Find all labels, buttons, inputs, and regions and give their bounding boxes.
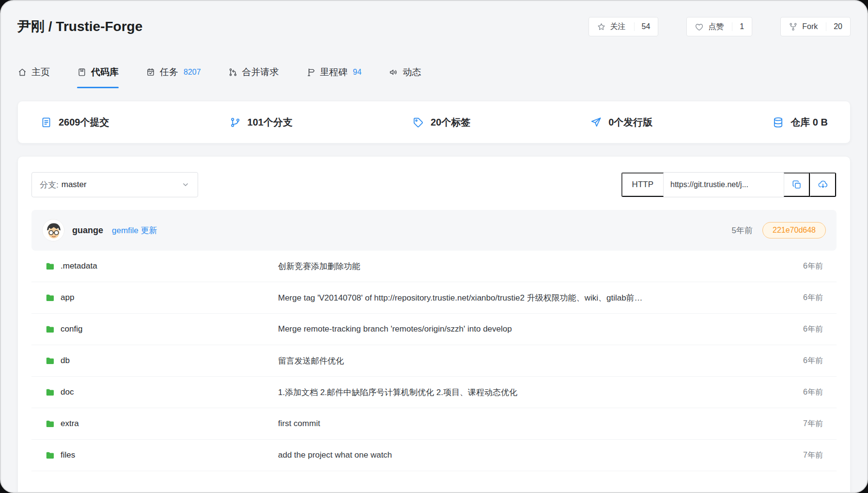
tab-tasks-label: 任务 [160,66,178,79]
database-icon [772,116,784,128]
stat-releases-label: 0个发行版 [608,116,652,129]
file-commit-message[interactable]: add the project what one watch [278,450,803,460]
branch-selector[interactable]: 分支: master [31,172,198,197]
file-name[interactable]: app [61,293,74,302]
fork-icon [789,22,798,32]
repo-tabs: 主页 代码库 任务 8207 合并请求 里程碑 94 [1,66,867,88]
fork-label: Fork [802,22,818,31]
file-row-doc[interactable]: doc 1.添加文档 2.邮件中缺陷序号计算机制优化 2.项目、课程动态优化 6… [31,377,837,408]
tab-merge-requests[interactable]: 合并请求 [228,66,279,88]
milestone-icon [306,67,316,77]
branch-label: 分支: [40,179,59,191]
commit-author[interactable]: guange [72,225,103,236]
tab-merge-requests-label: 合并请求 [242,66,279,79]
file-name[interactable]: extra [61,419,79,429]
stat-storage[interactable]: 仓库 0 B [772,116,828,129]
tab-tasks-count: 8207 [184,66,201,79]
tab-home[interactable]: 主页 [17,66,50,88]
commit-time: 5年前 [732,225,753,236]
fork-button[interactable]: Fork 20 [780,17,851,36]
folder-icon [45,387,55,398]
stat-branches[interactable]: 101个分支 [229,116,293,129]
file-commit-message[interactable]: 留言发送邮件优化 [278,355,803,366]
protocol-http-button[interactable]: HTTP [621,173,664,197]
copy-url-button[interactable] [784,173,810,197]
folder-icon [45,419,55,429]
tab-repository-label: 代码库 [91,66,119,79]
file-row-metadata[interactable]: .metadata 创新竞赛添加删除功能 6年前 [31,251,837,282]
file-commit-message[interactable]: first commit [278,419,803,429]
repository-card: 分支: master HTTP [17,156,851,493]
file-commit-message[interactable]: Merge remote-tracking branch 'remotes/or… [278,324,803,334]
tab-milestones[interactable]: 里程碑 94 [306,66,362,88]
file-name[interactable]: .metadata [61,261,97,271]
file-commit-time: 6年前 [803,261,823,271]
stat-releases[interactable]: 0个发行版 [590,116,652,129]
tab-milestones-label: 里程碑 [320,66,348,79]
repo-stats-bar: 2609个提交 101个分支 20个标签 0个发行版 仓库 0 B [17,101,851,143]
file-commit-time: 7年前 [803,419,823,429]
heart-icon [695,22,704,32]
file-commit-time: 6年前 [803,356,823,366]
praise-count: 1 [732,22,744,31]
file-row-config[interactable]: config Merge remote-tracking branch 'rem… [31,314,837,345]
file-commit-time: 6年前 [803,293,823,303]
branch-value: master [62,180,87,190]
tab-tasks[interactable]: 任务 8207 [146,66,201,88]
stat-commits-label: 2609个提交 [59,116,109,129]
commit-hash-badge[interactable]: 221e70d648 [762,222,826,239]
folder-icon [45,324,55,334]
folder-icon [45,261,55,271]
branch-icon [229,116,241,128]
download-button[interactable] [810,173,836,197]
repo-header: 尹刚 / Trustie-Forge 关注 54 点赞 1 For [1,1,867,37]
tab-repository[interactable]: 代码库 [77,66,119,88]
watch-label: 关注 [610,22,626,32]
avatar[interactable] [42,219,64,241]
stat-tags-label: 20个标签 [431,116,470,129]
stat-storage-label: 仓库 0 B [790,116,828,129]
tab-milestones-count: 94 [353,66,362,79]
chevron-down-icon [181,180,190,189]
repo-toolbar: 分支: master HTTP [31,172,837,197]
latest-commit-bar: guange gemfile 更新 5年前 221e70d648 [31,210,837,251]
cloud-download-icon [818,179,828,190]
tab-activity-label: 动态 [403,66,421,79]
watch-count: 54 [634,22,651,31]
commit-message-link[interactable]: gemfile 更新 [112,225,157,236]
file-commit-time: 6年前 [803,324,823,334]
tasks-icon [146,67,155,77]
star-icon [597,22,606,32]
file-commit-time: 7年前 [803,450,823,461]
release-send-icon [590,116,602,128]
copy-icon [791,179,802,190]
fork-count: 20 [826,22,842,31]
watch-button[interactable]: 关注 54 [589,17,659,36]
file-name[interactable]: doc [61,387,74,397]
commit-meta: 5年前 221e70d648 [732,222,826,239]
file-commit-message[interactable]: Merge tag 'V20140708' of http://reposito… [278,292,803,303]
file-commit-time: 6年前 [803,387,823,398]
repository-page: 尹刚 / Trustie-Forge 关注 54 点赞 1 For [0,0,868,493]
file-row-files[interactable]: files add the project what one watch 7年前 [31,440,837,471]
file-commit-message[interactable]: 创新竞赛添加删除功能 [278,261,803,272]
file-list: .metadata 创新竞赛添加删除功能 6年前 app Merge tag '… [31,251,837,471]
folder-icon [45,450,55,461]
file-commit-message[interactable]: 1.添加文档 2.邮件中缺陷序号计算机制优化 2.项目、课程动态优化 [278,387,803,398]
home-icon [17,67,27,77]
file-row-extra[interactable]: extra first commit 7年前 [31,408,837,440]
tab-activity[interactable]: 动态 [388,66,421,88]
merge-request-icon [228,67,238,77]
file-name[interactable]: config [61,324,82,334]
file-name[interactable]: files [61,450,75,460]
folder-icon [45,356,55,366]
stat-commits[interactable]: 2609个提交 [40,116,109,129]
praise-button[interactable]: 点赞 1 [686,17,752,36]
folder-icon [45,293,55,303]
commits-icon [40,116,52,128]
file-row-db[interactable]: db 留言发送邮件优化 6年前 [31,345,837,377]
file-name[interactable]: db [61,356,70,366]
stat-tags[interactable]: 20个标签 [412,116,470,129]
clone-url-input[interactable] [664,173,784,197]
file-row-app[interactable]: app Merge tag 'V20140708' of http://repo… [31,282,837,314]
